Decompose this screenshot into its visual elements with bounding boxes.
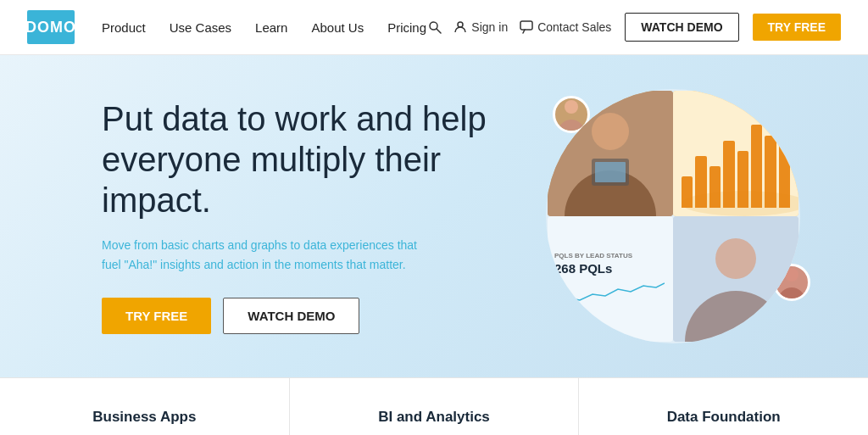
nav-pricing[interactable]: Pricing: [387, 20, 426, 35]
try-free-nav-button[interactable]: TRY FREE: [753, 14, 841, 41]
card-business-apps-title: Business Apps: [31, 409, 259, 426]
search-icon: [428, 20, 442, 34]
card-bi-analytics-title: BI and Analytics: [320, 409, 548, 426]
watch-demo-nav-button[interactable]: WATCH DEMO: [625, 13, 738, 42]
hero-buttons: TRY FREE WATCH DEMO: [102, 298, 492, 334]
card-data-foundation-title: Data Foundation: [609, 409, 837, 426]
cards-section: Business Apps Make better, faster decisi…: [0, 377, 868, 435]
contact-sales-button[interactable]: Contact Sales: [520, 20, 611, 34]
hero-section: Put data to work and help everyone multi…: [0, 55, 868, 377]
navbar: DOMO Product Use Cases Learn About Us Pr…: [0, 0, 868, 55]
bar-4: [723, 141, 734, 208]
quadrant-top-left: [548, 91, 673, 216]
hero-subtitle: Move from basic charts and graphs to dat…: [102, 236, 424, 274]
bar-7: [765, 136, 776, 208]
nav-product[interactable]: Product: [102, 20, 146, 35]
svg-line-1: [437, 29, 441, 33]
bar-8: [779, 104, 790, 208]
card-bi-analytics: BI and Analytics Use intuitive dashboard…: [290, 378, 580, 435]
try-free-hero-button[interactable]: TRY FREE: [102, 298, 211, 334]
chart-label: PQLS BY LEAD STATUS: [554, 252, 666, 259]
nav-about-us[interactable]: About Us: [311, 20, 364, 35]
nav-left: DOMO Product Use Cases Learn About Us Pr…: [27, 10, 426, 44]
search-button[interactable]: [428, 20, 442, 34]
bar-2: [695, 156, 706, 208]
nav-right: Sign in Contact Sales WATCH DEMO TRY FRE…: [428, 13, 841, 42]
bar-5: [737, 151, 748, 208]
hero-subtitle-highlight: the moments that matter.: [275, 258, 406, 271]
contact-sales-label: Contact Sales: [537, 20, 611, 34]
watch-demo-hero-button[interactable]: WATCH DEMO: [223, 298, 359, 334]
sign-in-button[interactable]: Sign in: [453, 20, 508, 34]
bar-3: [709, 166, 721, 208]
svg-point-7: [592, 113, 629, 150]
quadrant-bottom-left: PQLS BY LEAD STATUS 268 PQLs: [548, 216, 673, 342]
sign-in-label: Sign in: [471, 20, 508, 34]
quadrant-top-right: [673, 91, 798, 216]
nav-links: Product Use Cases Learn About Us Pricing: [102, 20, 426, 35]
svg-rect-9: [595, 162, 626, 182]
chart-value: 268 PQLs: [554, 261, 666, 276]
nav-learn[interactable]: Learn: [255, 20, 287, 35]
user-icon: [453, 20, 467, 34]
hero-circle: PQLS BY LEAD STATUS 268 PQLs: [546, 89, 800, 343]
bar-6: [751, 125, 762, 208]
hero-content: Put data to work and help everyone multi…: [102, 98, 492, 334]
nav-use-cases[interactable]: Use Cases: [170, 20, 231, 35]
card-business-apps: Business Apps Make better, faster decisi…: [0, 378, 290, 435]
bar-chart: [673, 91, 798, 216]
nav-icon-group: Sign in Contact Sales: [428, 20, 611, 34]
quadrant-bottom-right: [673, 216, 798, 342]
bar-1: [682, 176, 693, 208]
card-data-foundation: Data Foundation Build data experiences o…: [579, 378, 868, 435]
svg-point-2: [458, 22, 463, 27]
logo[interactable]: DOMO: [27, 10, 75, 44]
svg-point-13: [715, 238, 756, 279]
hero-title: Put data to work and help everyone multi…: [102, 98, 492, 220]
hero-visual: PQLS BY LEAD STATUS 268 PQLs: [546, 89, 817, 343]
chat-icon: [520, 20, 533, 34]
sparkline: [554, 279, 665, 306]
svg-rect-3: [520, 21, 532, 30]
